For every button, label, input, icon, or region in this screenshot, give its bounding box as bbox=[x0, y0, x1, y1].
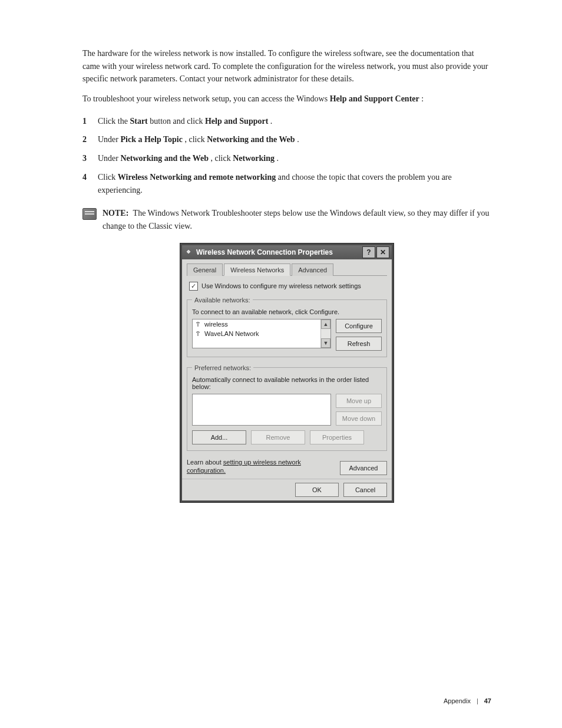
preferred-hint: Automatically connect to available netwo… bbox=[192, 376, 382, 390]
add-button[interactable]: Add... bbox=[192, 430, 246, 444]
step-4-bold1: Wireless Networking and remote networkin… bbox=[118, 173, 276, 182]
tab-wireless-networks[interactable]: Wireless Networks bbox=[224, 263, 290, 276]
preferred-networks-list[interactable] bbox=[192, 394, 331, 426]
step-4-number: 4 bbox=[82, 171, 93, 196]
step-1-after: . bbox=[270, 117, 273, 126]
step-1-pre: Click the bbox=[98, 117, 130, 126]
step-3-bold1: Networking and the Web bbox=[121, 154, 209, 163]
move-down-button[interactable]: Move down bbox=[336, 411, 382, 426]
antenna-icon bbox=[195, 331, 201, 337]
tab-general[interactable]: General bbox=[187, 263, 223, 276]
step-2-pre: Under bbox=[98, 135, 121, 144]
step-3-pre: Under bbox=[98, 154, 121, 163]
note-label: NOTE: bbox=[103, 209, 128, 218]
window-title: Wireless Network Connection Properties bbox=[196, 248, 362, 256]
configure-button[interactable]: Configure bbox=[336, 319, 382, 333]
tab-strip: General Wireless Networks Advanced bbox=[187, 263, 387, 276]
learn-prefix: Learn about bbox=[187, 459, 223, 466]
use-windows-checkbox[interactable]: ✓ bbox=[189, 282, 198, 291]
footer-page-number: 47 bbox=[484, 697, 491, 704]
step-2-number: 2 bbox=[82, 133, 93, 146]
step-1: 1 Click the Start button and click Help … bbox=[82, 115, 491, 128]
tab-advanced[interactable]: Advanced bbox=[292, 263, 333, 276]
move-up-button[interactable]: Move up bbox=[336, 394, 382, 408]
step-2-mid: , click bbox=[184, 135, 207, 144]
refresh-button[interactable]: Refresh bbox=[336, 337, 382, 351]
preferred-networks-group: Preferred networks: Automatically connec… bbox=[187, 364, 387, 451]
step-1-bold1: Start bbox=[130, 117, 147, 126]
network-name: wireless bbox=[204, 321, 228, 328]
step-2-bold1: Pick a Help Topic bbox=[121, 135, 183, 144]
available-networks-group: Available networks: To connect to an ava… bbox=[187, 297, 387, 357]
step-4-pre: Click bbox=[98, 173, 118, 182]
wireless-properties-dialog: Wireless Network Connection Properties ?… bbox=[180, 243, 394, 503]
step-2-after: . bbox=[297, 135, 299, 144]
page-footer: Appendix | 47 bbox=[0, 697, 562, 704]
close-button[interactable]: ✕ bbox=[376, 246, 389, 258]
available-hint: To connect to an available network, clic… bbox=[192, 308, 382, 315]
step-3-number: 3 bbox=[82, 152, 93, 165]
remove-button[interactable]: Remove bbox=[251, 430, 305, 444]
help-button[interactable]: ? bbox=[362, 246, 375, 258]
available-networks-list[interactable]: wireless WaveLAN Network ▲ bbox=[192, 319, 331, 348]
scroll-up-icon[interactable]: ▲ bbox=[321, 319, 330, 329]
step-1-number: 1 bbox=[82, 115, 93, 128]
step-1-mid: button and click bbox=[150, 117, 205, 126]
note-icon bbox=[82, 208, 97, 220]
network-name: WaveLAN Network bbox=[204, 330, 259, 337]
step-3-mid: , click bbox=[210, 154, 233, 163]
intro-paragraph-2: To troubleshoot your wireless network se… bbox=[82, 93, 491, 106]
intro-paragraph-1: The hardware for the wireless network is… bbox=[82, 47, 491, 85]
learn-about-text: Learn about setting up wireless network … bbox=[187, 458, 316, 476]
p2-before: To troubleshoot your wireless network se… bbox=[82, 94, 330, 103]
help-center-name: Help and Support Center bbox=[330, 94, 419, 103]
ok-button[interactable]: OK bbox=[295, 483, 339, 497]
step-1-bold2: Help and Support bbox=[205, 117, 268, 126]
advanced-button[interactable]: Advanced bbox=[340, 461, 387, 475]
preferred-networks-legend: Preferred networks: bbox=[192, 364, 253, 371]
window-icon bbox=[184, 248, 193, 256]
steps-list: 1 Click the Start button and click Help … bbox=[82, 115, 491, 196]
footer-section: Appendix bbox=[444, 697, 471, 704]
note-text: NOTE: The Windows Network Troubleshooter… bbox=[103, 207, 491, 232]
step-3-bold2: Networking bbox=[233, 154, 275, 163]
step-2: 2 Under Pick a Help Topic , click Networ… bbox=[82, 133, 491, 146]
antenna-icon bbox=[195, 321, 201, 327]
list-item[interactable]: WaveLAN Network bbox=[193, 329, 320, 338]
cancel-button[interactable]: Cancel bbox=[343, 483, 387, 497]
step-2-bold2: Networking and the Web bbox=[207, 135, 295, 144]
list-item[interactable]: wireless bbox=[193, 319, 320, 329]
available-scrollbar[interactable]: ▲ ▼ bbox=[320, 319, 330, 348]
use-windows-label: Use Windows to configure my wireless net… bbox=[201, 282, 361, 289]
note-body: The Windows Network Troubleshooter steps… bbox=[103, 209, 490, 230]
step-3: 3 Under Networking and the Web , click N… bbox=[82, 152, 491, 165]
step-3-after: . bbox=[276, 154, 279, 163]
properties-button[interactable]: Properties bbox=[310, 430, 364, 444]
p2-after: : bbox=[421, 94, 424, 103]
footer-separator: | bbox=[477, 697, 478, 704]
titlebar[interactable]: Wireless Network Connection Properties ?… bbox=[182, 245, 392, 259]
step-4: 4 Click Wireless Networking and remote n… bbox=[82, 171, 491, 196]
scroll-down-icon[interactable]: ▼ bbox=[321, 338, 330, 348]
available-networks-legend: Available networks: bbox=[192, 297, 253, 304]
